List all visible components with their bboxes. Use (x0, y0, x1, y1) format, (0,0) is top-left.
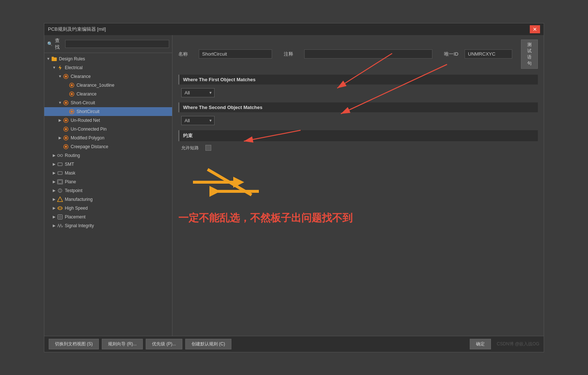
tree-item-electrical[interactable]: ▼ Electrical (44, 63, 172, 72)
tree-item-testpoint[interactable]: ▶ Testpoint (44, 186, 172, 195)
tree-item-un-connected-pin[interactable]: ▶ Un-Connected Pin (44, 125, 172, 134)
expand-icon-plane: ▶ (52, 179, 57, 184)
expand-icon-signal: ▶ (52, 223, 57, 228)
allow-short-label: 允许短路 (181, 145, 199, 151)
comment-input[interactable] (304, 49, 432, 59)
tree-item-un-routed-net[interactable]: ▶ Un-Routed Net (44, 116, 172, 125)
tree-item-clearance[interactable]: ▶ Clearance (44, 90, 172, 98)
tree-item-modified-polygon[interactable]: ▶ Modified Polygon (44, 134, 172, 142)
svg-point-18 (65, 137, 67, 139)
tree-item-mask[interactable]: ▶ Mask (44, 169, 172, 177)
tree-label-testpoint: Testpoint (65, 188, 82, 193)
tree-label-electrical: Electrical (65, 65, 83, 70)
expand-icon-electrical: ▼ (52, 65, 57, 70)
svg-point-10 (65, 102, 67, 104)
search-bar: 🔍 查找 (44, 35, 172, 53)
tree-item-smt[interactable]: ▶ SMT (44, 160, 172, 169)
tree-label-creepage: Creepage Distance (71, 144, 108, 149)
uid-input[interactable] (465, 49, 512, 59)
expand-icon-mask: ▶ (52, 170, 57, 176)
watermark-text: CSDN博 @嵌入战OG (497, 341, 539, 347)
lightning-icon (57, 64, 63, 71)
folder-icon (51, 56, 57, 62)
search-icon: 🔍 (47, 41, 53, 46)
tree-item-short-circuit[interactable]: ▼ Short-Circuit (44, 98, 172, 107)
signal-icon (57, 222, 63, 229)
tree-label-routing: Routing (65, 153, 80, 158)
tree-item-design-rules[interactable]: ▼ Design Rules (44, 55, 172, 63)
mask-icon (57, 170, 63, 176)
spacer: ▶ (63, 83, 68, 88)
tree-label-manufacturing: Manufacturing (65, 197, 93, 202)
rule-icon-clearance2 (68, 91, 75, 97)
rule-icon-clearance-1outline (68, 82, 75, 89)
allow-short-checkbox[interactable] (205, 145, 211, 151)
spacer4: ▶ (57, 127, 63, 132)
doc-view-button[interactable]: 切换到文档视图 (S) (49, 339, 99, 349)
tree-container: ▼ Design Rules ▼ Electrical ▼ (44, 53, 172, 336)
rule-icon-clearance (63, 73, 69, 80)
close-button[interactable]: ✕ (530, 25, 540, 33)
svg-rect-1 (52, 57, 54, 58)
expand-icon-routing: ▶ (52, 153, 57, 158)
highspeed-icon (57, 205, 63, 211)
tree-item-high-speed[interactable]: ▶ High Speed (44, 204, 172, 213)
name-input[interactable] (199, 49, 272, 59)
uid-label: 唯一ID (444, 51, 459, 57)
constraint-section: 允许短路 (178, 145, 538, 225)
rule-icon-creepage (63, 143, 69, 150)
tree-label-shortcircuit: ShortCircuit (77, 109, 100, 114)
svg-marker-40 (209, 186, 220, 197)
tree-item-clearance-1outline[interactable]: ▶ Clearance_1outline (44, 81, 172, 90)
tree-label-clearance-1outline: Clearance_1outline (77, 83, 114, 88)
tree-item-clearance-parent[interactable]: ▼ Clearance (44, 72, 172, 81)
tree-item-placement[interactable]: ▶ Placement (44, 213, 172, 221)
expand-icon-smt: ▶ (52, 162, 57, 167)
spacer2: ▶ (63, 91, 68, 97)
bottom-bar: 切换到文档视图 (S) 规则向导 (R)... 优先级 (P)... 创建默认规… (44, 336, 544, 352)
tree-label-smt: SMT (65, 162, 74, 167)
search-input[interactable] (65, 40, 169, 48)
test-btn[interactable]: 测试语句 (521, 40, 538, 69)
first-dropdown-wrapper: All Net Net Class Layer ▼ (181, 88, 215, 97)
tree-label-clearance-parent: Clearance (71, 74, 91, 79)
tree-item-manufacturing[interactable]: ▶ Manufacturing (44, 195, 172, 204)
svg-point-16 (65, 128, 67, 130)
second-dropdown-row: All Net Net Class Layer ▼ (178, 116, 538, 125)
testpoint-icon (57, 187, 63, 194)
spacer5: ▶ (57, 144, 63, 149)
svg-rect-24 (58, 163, 62, 166)
plane-icon (57, 179, 63, 185)
svg-rect-27 (58, 180, 62, 183)
second-dropdown-wrapper: All Net Net Class Layer ▼ (181, 116, 215, 125)
placement-icon (57, 214, 63, 220)
tree-label-placement: Placement (65, 214, 86, 220)
first-object-dropdown[interactable]: All Net Net Class Layer (181, 88, 215, 97)
svg-point-12 (71, 110, 73, 113)
comment-label: 注释 (284, 51, 298, 57)
rule-icon-short (63, 100, 69, 106)
tree-label-signal-integrity: Signal Integrity (65, 223, 94, 228)
svg-point-14 (65, 119, 67, 121)
search-label: 查找 (55, 37, 63, 50)
tree-item-plane[interactable]: ▶ Plane (44, 177, 172, 186)
rule-icon-shortcircuit (68, 108, 75, 115)
bottom-left: 切换到文档视图 (S) 规则向导 (R)... 优先级 (P)... 创建默认规… (49, 339, 231, 349)
tree-item-shortcircuit[interactable]: ▶ ShortCircuit (44, 107, 172, 116)
svg-point-22 (60, 154, 63, 157)
svg-point-6 (71, 84, 73, 86)
rule-wizard-button[interactable]: 规则向导 (R)... (102, 339, 143, 349)
name-label: 名称 (178, 51, 193, 57)
expand-icon-manufacturing: ▶ (52, 197, 57, 202)
constraint-header: 约束 (178, 130, 538, 141)
tree-item-signal-integrity[interactable]: ▶ Signal Integrity (44, 221, 172, 230)
priority-button[interactable]: 优先级 (P)... (146, 339, 182, 349)
tree-item-routing[interactable]: ▶ Routing (44, 151, 172, 160)
main-content: 🔍 查找 ▼ Design Rules ▼ (44, 35, 544, 336)
tree-label-plane: Plane (65, 179, 76, 184)
create-default-button[interactable]: 创建默认规则 (C) (185, 339, 231, 349)
tree-item-creepage[interactable]: ▶ Creepage Distance (44, 142, 172, 151)
svg-marker-2 (59, 65, 62, 70)
confirm-button[interactable]: 确定 (470, 339, 491, 349)
second-object-dropdown[interactable]: All Net Net Class Layer (181, 116, 215, 125)
